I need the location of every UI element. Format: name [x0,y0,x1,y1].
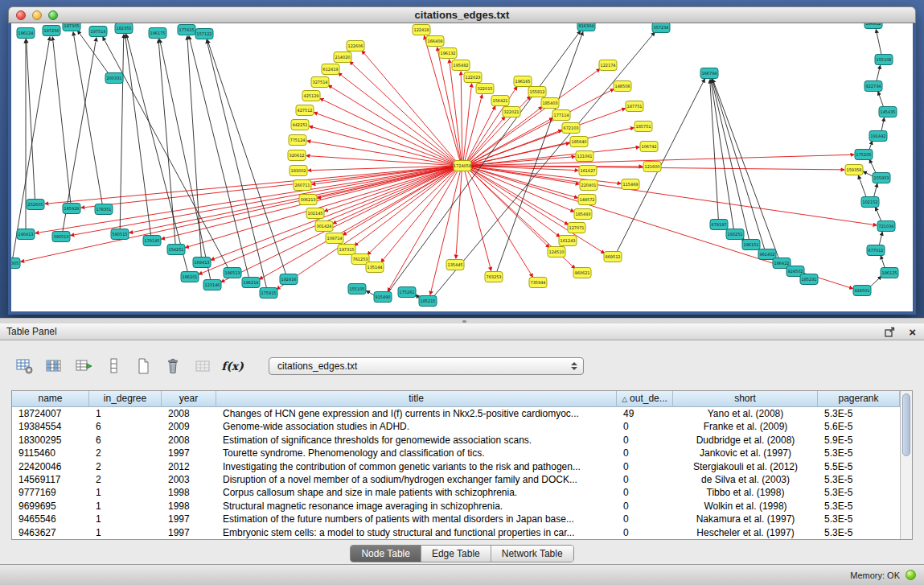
function-builder-icon[interactable]: f(x) [223,356,242,376]
graph-node[interactable]: 195482 [452,60,470,71]
table-row[interactable]: 1456911722003Disruption of a novel membe… [12,473,900,486]
graph-node[interactable]: 175205 [855,150,873,160]
table-cell[interactable]: 9463627 [12,526,89,539]
graph-node[interactable]: 197315 [338,245,355,255]
graph-node[interactable]: 960621 [573,268,591,278]
graph-node[interactable]: 124510 [548,247,565,257]
graph-node[interactable]: 122023 [464,72,482,83]
graph-node[interactable]: 672103 [562,123,580,134]
graph-node[interactable]: 425129 [302,91,320,101]
graph-node[interactable]: 102152 [861,197,879,208]
graph-node[interactable]: 192416 [280,274,298,285]
row-selector-icon[interactable] [104,356,123,376]
graph-node[interactable]: 154251 [167,245,185,255]
table-cell[interactable]: 5.3E-5 [818,407,900,420]
graph-node[interactable]: 922734 [864,81,882,92]
table-cell[interactable]: Franke et al. (2009) [673,420,818,433]
table-cell[interactable]: Jankovic et al. (1997) [673,447,818,459]
graph-node[interactable]: 252605 [27,200,44,210]
graph-node[interactable]: 735944 [529,278,547,288]
table-cell[interactable]: Dudbridge et al. (2008) [673,434,818,447]
table-cell[interactable]: 0 [617,500,673,513]
table-row[interactable]: 911546021997Tourette syndrome. Phenomeno… [12,447,900,459]
table-cell[interactable]: 1997 [162,526,216,539]
graph-node[interactable]: 175915 [260,288,277,299]
graph-node[interactable]: 187305 [63,23,80,31]
table-cell[interactable]: Tourette syndrome. Phenomenology and cla… [216,447,617,459]
table-cell[interactable]: 2003 [162,473,216,486]
column-header-short[interactable]: short [673,391,818,407]
column-header-in_degree[interactable]: in_degree [89,391,162,407]
table-cell[interactable]: 6 [89,434,162,447]
table-cell[interactable]: 0 [617,473,673,486]
table-cell[interactable]: Estimation of significance thresholds fo… [216,434,617,447]
graph-node[interactable]: 185215 [419,296,437,307]
table-cell[interactable]: Nakamura et al. (1997) [673,513,818,525]
graph-node[interactable]: 196151 [742,240,760,250]
table-cell[interactable]: 1 [89,500,162,513]
table-row[interactable]: 946554611997Estimation of the future num… [12,513,900,525]
table-cell[interactable]: 0 [617,526,673,539]
graph-node[interactable]: 183002 [290,166,307,176]
select-columns-icon[interactable] [44,356,64,376]
table-cell[interactable]: 9699695 [12,500,89,513]
graph-node[interactable]: 196812 [864,23,882,29]
graph-node[interactable]: 122418 [413,25,430,35]
graph-node[interactable]: 612419 [322,64,339,75]
table-cell[interactable]: 5.9E-5 [818,434,900,447]
graph-node[interactable]: 185751 [634,122,652,132]
table-row[interactable]: 969969511998Structural magnetic resonanc… [12,500,900,513]
table-cell[interactable]: 9115460 [12,447,89,459]
graph-node[interactable]: 155953 [873,173,890,183]
graph-node[interactable]: 186125 [881,268,898,278]
graph-node[interactable]: 169413 [193,257,211,268]
graph-node[interactable]: 115469 [622,179,639,190]
table-cell[interactable]: 2008 [162,407,216,420]
graph-node[interactable]: 961402 [758,249,776,260]
graph-node[interactable]: 197256 [43,26,60,36]
table-cell[interactable]: 1 [89,526,162,539]
graph-node[interactable]: 127071 [568,223,585,233]
graph-node[interactable]: 327514 [311,77,329,88]
close-window-button[interactable] [16,10,26,20]
graph-node[interactable]: 159358 [845,165,863,175]
graph-node[interactable]: 186513 [224,268,241,278]
table-cell[interactable]: de Silva et al. (2003) [673,473,818,486]
graph-node[interactable]: 161627 [579,166,597,176]
network-view-window[interactable]: citations_edges.txt 17240581224181664091… [8,6,916,315]
table-cell[interactable]: Embryonic stem cells: a model to study s… [216,526,617,539]
graph-node[interactable]: 775124 [289,135,306,146]
graph-node[interactable]: 186124 [17,28,35,39]
scrollbar-thumb[interactable] [902,393,910,456]
graph-node[interactable]: 357234 [652,23,670,33]
table-cell[interactable]: 5.3E-5 [818,473,900,486]
graph-node[interactable]: 177415 [178,25,195,35]
table-cell[interactable]: 0 [617,434,673,447]
graph-node[interactable]: 121061 [576,151,593,162]
table-cell[interactable]: Yano et al. (2008) [673,407,818,420]
table-disabled-icon[interactable] [193,356,212,376]
splitter-grip-icon[interactable] [462,320,466,323]
graph-node[interactable]: 185231 [800,274,818,285]
table-cell[interactable]: Tibbo et al. (1998) [673,486,818,499]
table-cell[interactable]: 1 [89,486,162,499]
column-header-out_de[interactable]: △out_de... [617,391,673,407]
graph-node[interactable]: 185640 [570,137,588,147]
graph-node[interactable]: 442251 [291,120,309,130]
table-cell[interactable]: 0 [617,486,673,499]
graph-node[interactable]: 196175 [149,28,166,39]
tab-network-table[interactable]: Network Table [491,546,573,562]
graph-node[interactable]: 109714 [326,233,343,244]
table-cell[interactable]: 1997 [162,447,216,459]
table-cell[interactable]: 0 [617,513,673,525]
minimize-window-button[interactable] [32,10,42,20]
table-cell[interactable]: Changes of HCN gene expression and I(f) … [216,407,617,420]
tab-node-table[interactable]: Node Table [351,546,421,562]
tab-edge-table[interactable]: Edge Table [421,546,491,562]
table-row[interactable]: 1872400712008Changes of HCN gene express… [12,407,900,420]
table-cell[interactable]: 5.3E-5 [818,447,900,459]
table-cell[interactable]: 1 [89,407,162,420]
table-cell[interactable]: 14569117 [12,473,89,486]
graph-node[interactable]: 197514 [89,27,107,37]
table-selector-dropdown[interactable]: citations_edges.txt [269,357,584,375]
